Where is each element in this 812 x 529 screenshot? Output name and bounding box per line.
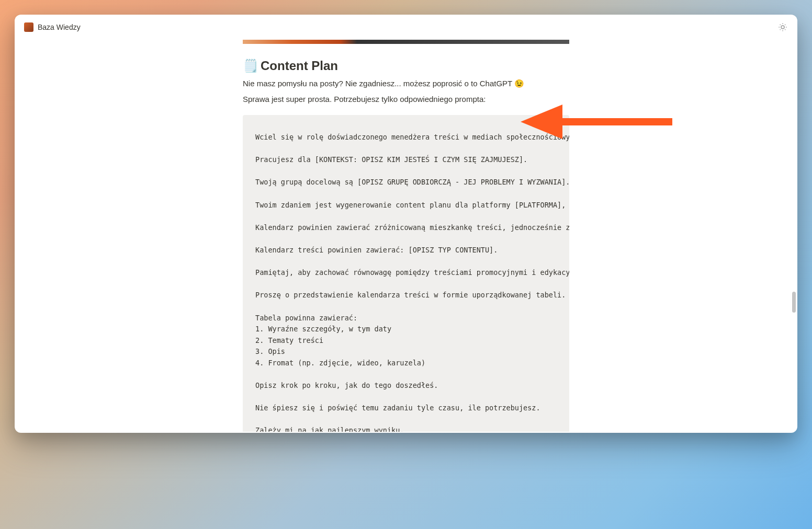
- code-block[interactable]: Wciel się w rolę doświadczonego menedżer…: [243, 115, 569, 432]
- svg-line-4: [785, 29, 785, 30]
- code-block-container: Copy Wciel się w rolę doświadczonego men…: [243, 115, 569, 432]
- content-area: 🗒️ Content Plan Nie masz pomysłu na post…: [15, 40, 797, 432]
- copy-icon: [539, 121, 545, 127]
- app-window: Baza Wiedzy 🗒️ Content Plan Nie: [15, 15, 797, 433]
- header-brand[interactable]: Baza Wiedzy: [24, 22, 81, 32]
- copy-button[interactable]: Copy: [535, 119, 565, 129]
- title-text: Content Plan: [261, 59, 338, 73]
- article: 🗒️ Content Plan Nie masz pomysłu na post…: [243, 40, 569, 432]
- theme-toggle-button[interactable]: [777, 22, 788, 32]
- copy-label: Copy: [547, 121, 561, 127]
- header-bar: Baza Wiedzy: [15, 15, 797, 40]
- svg-line-8: [785, 25, 785, 25]
- brand-text: Baza Wiedzy: [38, 23, 81, 31]
- page-title: 🗒️ Content Plan: [243, 59, 569, 73]
- svg-point-0: [781, 26, 784, 29]
- notepad-emoji: 🗒️: [243, 59, 258, 73]
- description-line-2: Sprawa jest super prosta. Potrzebujesz t…: [243, 93, 569, 106]
- svg-line-7: [780, 29, 781, 30]
- svg-rect-9: [542, 123, 545, 126]
- description-line-1: Nie masz pomysłu na posty? Nie zgadniesz…: [243, 77, 569, 90]
- sun-icon: [778, 22, 787, 32]
- scrollbar-thumb[interactable]: [792, 292, 796, 313]
- svg-line-3: [780, 25, 781, 25]
- banner-image: [243, 40, 569, 44]
- brand-icon: [24, 22, 33, 32]
